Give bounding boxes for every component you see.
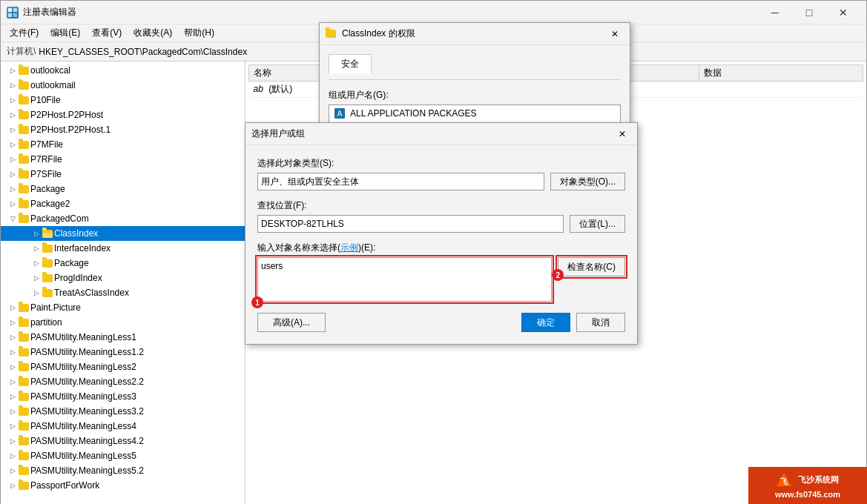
- maximize-button[interactable]: □: [792, 1, 826, 24]
- menu-view[interactable]: 查看(V): [86, 25, 128, 41]
- folder-icon: [19, 334, 29, 342]
- expand-icon: ▷: [7, 198, 19, 210]
- object-type-input[interactable]: [257, 173, 544, 190]
- select-dialog-body: 选择此对象类型(S): 对象类型(O)... 查找位置(F): 位置(L)...…: [245, 145, 637, 344]
- tree-item-outlookcal[interactable]: ▷ outlookcal: [1, 63, 245, 78]
- tree-item-pasmutility2[interactable]: ▷ PASMUtility.MeaningLess2: [1, 359, 245, 374]
- tree-item-pasmutility5-2[interactable]: ▷ PASMUtility.MeaningLess5.2: [1, 463, 245, 478]
- tree-item-paintpicture[interactable]: ▷ Paint.Picture: [1, 300, 245, 315]
- folder-icon: [19, 200, 29, 208]
- advanced-button[interactable]: 高级(A)...: [257, 313, 326, 332]
- tree-item-pasmutility1-2[interactable]: ▷ PASMUtility.MeaningLess1.2: [1, 345, 245, 359]
- example-link[interactable]: 示例: [340, 242, 358, 253]
- folder-open-icon: [42, 230, 53, 238]
- menu-file[interactable]: 文件(F): [4, 25, 44, 41]
- cancel-button[interactable]: 取消: [576, 313, 625, 332]
- permissions-close-button[interactable]: ✕: [606, 25, 624, 43]
- ab-icon: ab: [254, 84, 263, 94]
- tree-item-package2[interactable]: ▷ Package2: [1, 196, 245, 211]
- select-user-dialog: 选择用户或组 ✕ 选择此对象类型(S): 对象类型(O)... 查找位置(F):…: [245, 122, 638, 345]
- expand-icon: ▷: [7, 420, 19, 432]
- folder-icon: [19, 378, 29, 386]
- tree-item-p2phost1[interactable]: ▷ P2PHost.P2PHost.1: [1, 122, 245, 137]
- tree-item-pasmutility2-2[interactable]: ▷ PASMUtility.MeaningLess2.2: [1, 374, 245, 389]
- menu-help[interactable]: 帮助(H): [178, 25, 220, 41]
- menu-favorites[interactable]: 收藏夹(A): [128, 25, 178, 41]
- select-dialog-title-text: 选择用户或组: [251, 127, 305, 140]
- tree-item-packagedcom[interactable]: ▽ PackagedCom: [1, 211, 245, 226]
- app-icon: [7, 7, 19, 19]
- tree-item-progidindex[interactable]: ▷ ProgIdIndex: [1, 271, 245, 285]
- tree-item-package-sub[interactable]: ▷ Package: [1, 256, 245, 271]
- tree-item-p7sfile[interactable]: ▷ P7SFile: [1, 167, 245, 182]
- tree-item-interfaceindex[interactable]: ▷ InterfaceIndex: [1, 241, 245, 256]
- expand-icon: ▷: [7, 405, 19, 417]
- check-name-button[interactable]: 检查名称(C): [558, 257, 625, 276]
- tree-item-classindex[interactable]: ▷ ClassIndex: [1, 226, 245, 241]
- folder-icon: [19, 82, 29, 90]
- tree-item-treatasclassindex[interactable]: ▷ TreatAsClassIndex: [1, 285, 245, 300]
- folder-icon: [19, 393, 29, 401]
- tree-item-passportforwork[interactable]: ▷ PassportForWork: [1, 478, 245, 493]
- tree-item-p7mfile[interactable]: ▷ P7MFile: [1, 137, 245, 152]
- location-input[interactable]: [257, 215, 564, 233]
- expand-icon: ▷: [7, 435, 19, 447]
- permissions-dialog-title-left: ClassIndex 的权限: [326, 27, 415, 40]
- address-value: HKEY_CLASSES_ROOT\PackagedCom\ClassIndex: [39, 47, 247, 57]
- tree-item-pasmutility3[interactable]: ▷ PASMUtility.MeaningLess3: [1, 389, 245, 404]
- ok-button[interactable]: 确定: [521, 313, 570, 332]
- svg-text:飞: 飞: [780, 477, 788, 485]
- badge-1: 1: [251, 296, 263, 308]
- tree-item-outlookmail[interactable]: ▷ outlookmail: [1, 78, 245, 93]
- folder-icon: [42, 289, 53, 297]
- select-dialog-footer: 高级(A)... 确定 取消: [257, 313, 625, 332]
- tree-item-p2phost[interactable]: ▷ P2PHost.P2PHost: [1, 107, 245, 122]
- all-app-packages-label: ALL APPLICATION PACKAGES: [350, 108, 477, 119]
- name-input-wrapper: users 1: [257, 257, 552, 304]
- object-type-label: 选择此对象类型(S):: [257, 157, 625, 170]
- expand-icon: ▷: [7, 450, 19, 462]
- address-label: 计算机\: [7, 45, 36, 58]
- name-input-row: users 1 检查名称(C) 2: [257, 257, 625, 304]
- title-bar-left: 注册表编辑器: [7, 6, 76, 19]
- tree-item-p7rfile[interactable]: ▷ P7RFile: [1, 152, 245, 167]
- folder-icon: [19, 319, 29, 327]
- folder-icon: [19, 170, 29, 179]
- tree-item-pasmutility1[interactable]: ▷ PASMUtility.MeaningLess1: [1, 330, 245, 345]
- select-dialog-close-button[interactable]: ✕: [613, 125, 631, 143]
- tree-item-partition[interactable]: ▷ partition: [1, 315, 245, 330]
- watermark: 飞 飞沙系统网 www.fs0745.com: [748, 467, 867, 504]
- name-input[interactable]: users: [257, 257, 552, 302]
- folder-icon: [19, 452, 29, 460]
- folder-icon: [19, 348, 29, 357]
- minimize-button[interactable]: ─: [758, 1, 792, 24]
- expand-icon: ▷: [7, 153, 19, 165]
- close-button[interactable]: ✕: [826, 1, 860, 24]
- folder-icon: [19, 67, 29, 75]
- expand-icon: ▽: [7, 213, 19, 225]
- folder-icon: [19, 96, 29, 105]
- title-bar-controls: ─ □ ✕: [758, 1, 860, 24]
- security-tab[interactable]: 安全: [329, 54, 372, 74]
- tree-item-pasmutility3-2[interactable]: ▷ PASMUtility.MeaningLess3.2: [1, 404, 245, 419]
- object-type-group: 选择此对象类型(S): 对象类型(O)...: [257, 157, 625, 190]
- tree-item-pasmutility4[interactable]: ▷ PASMUtility.MeaningLess4: [1, 419, 245, 434]
- object-type-button[interactable]: 对象类型(O)...: [550, 173, 625, 190]
- tree-item-package[interactable]: ▷ Package: [1, 182, 245, 196]
- location-button[interactable]: 位置(L)...: [570, 215, 625, 233]
- expand-icon: ▷: [7, 64, 19, 76]
- expand-icon: ▷: [7, 331, 19, 343]
- menu-edit[interactable]: 编辑(E): [44, 25, 86, 41]
- object-type-row: 对象类型(O)...: [257, 173, 625, 190]
- user-list-item[interactable]: A ALL APPLICATION PACKAGES: [329, 105, 620, 122]
- expand-icon: ▷: [7, 139, 19, 150]
- folder-icon: [19, 437, 29, 445]
- select-dialog-titlebar: 选择用户或组 ✕: [245, 123, 637, 145]
- expand-icon: ▷: [7, 391, 19, 402]
- group-label: 组或用户名(G):: [329, 89, 621, 102]
- tree-item-pasmutility4-2[interactable]: ▷ PASMUtility.MeaningLess4.2: [1, 434, 245, 448]
- tree-item-p10file[interactable]: ▷ P10File: [1, 93, 245, 107]
- tree-item-pasmutility5[interactable]: ▷ PASMUtility.MeaningLess5: [1, 448, 245, 463]
- expand-icon: ▷: [7, 79, 19, 91]
- expand-icon: ▷: [7, 183, 19, 195]
